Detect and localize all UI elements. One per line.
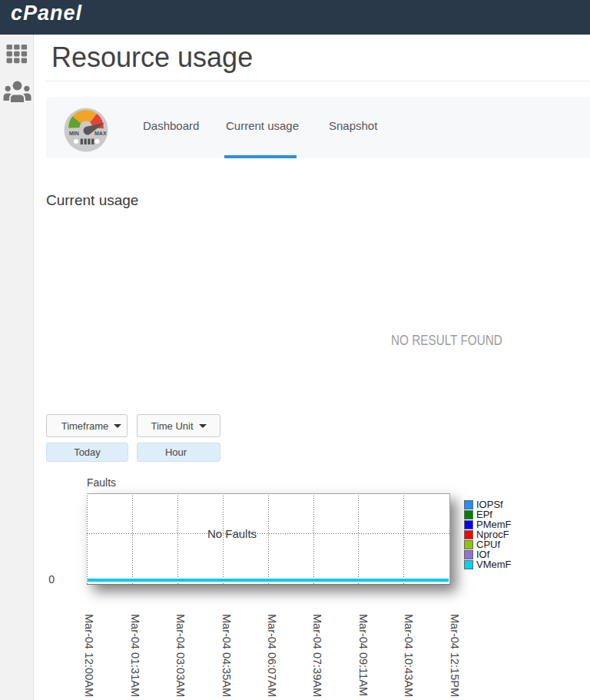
svg-text:MAX: MAX (94, 131, 107, 136)
svg-text:MIN: MIN (69, 131, 79, 136)
